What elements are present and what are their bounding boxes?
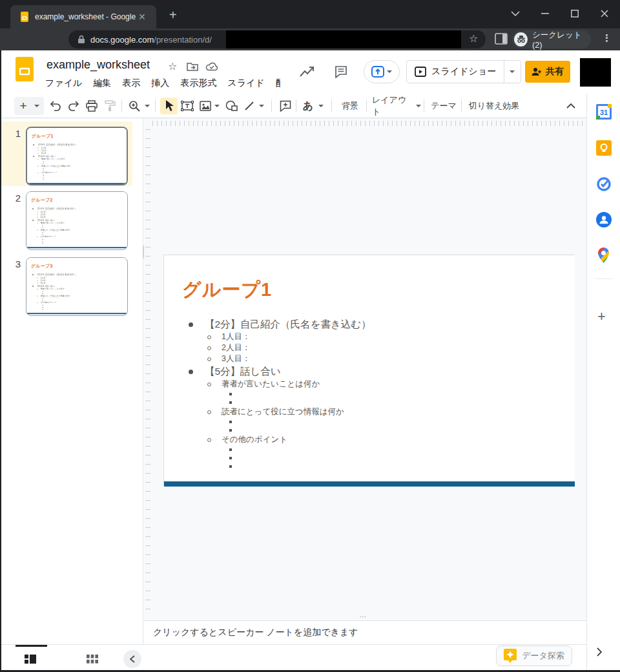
explore-button[interactable]: データ探索: [496, 646, 572, 666]
print-icon[interactable]: [84, 94, 99, 118]
tasks-icon[interactable]: [596, 176, 612, 192]
select-tool-icon[interactable]: [161, 94, 177, 118]
slideshow-button[interactable]: スライドショー: [406, 60, 521, 83]
add-addon-button[interactable]: +: [597, 308, 606, 325]
speaker-notes[interactable]: クリックするとスピーカー ノートを追加できます: [144, 620, 586, 644]
bookmark-star-icon[interactable]: ☆: [469, 32, 478, 45]
window-maximize-icon[interactable]: [565, 4, 584, 23]
bullet-item-level-2: 1人目：: [164, 331, 568, 342]
background-button[interactable]: 背景: [337, 94, 363, 118]
side-panel-icon[interactable]: [495, 33, 508, 45]
keep-icon[interactable]: [596, 140, 612, 156]
slide-body[interactable]: 【2分】自己紹介（氏名を書き込む）1人目：2人目：3人目：【5分】話し合い著者が…: [27, 143, 125, 180]
slides-logo-icon[interactable]: [16, 57, 34, 81]
slide-body[interactable]: 【2分】自己紹介（氏名を書き込む）1人目：2人目：3人目：【5分】話し合い著者が…: [26, 273, 125, 310]
menu-slide[interactable]: スライド: [227, 78, 264, 88]
bullet-marker: [37, 147, 38, 148]
slide-title[interactable]: グループ2: [31, 197, 53, 204]
incognito-badge[interactable]: シークレット (2): [512, 30, 591, 48]
transition-button[interactable]: 切り替え効果: [466, 94, 522, 118]
document-title[interactable]: example_worksheet: [46, 58, 150, 72]
redo-icon[interactable]: [66, 94, 81, 118]
move-folder-icon[interactable]: [187, 62, 198, 71]
menu-insert[interactable]: 挿入: [151, 78, 169, 88]
bullet-marker: [43, 234, 43, 235]
slide-editor[interactable]: グループ1【2分】自己紹介（氏名を書き込む）1人目：2人目：3人目：【5分】話し…: [163, 255, 574, 486]
new-slide-button[interactable]: +: [17, 94, 30, 118]
bullet-marker: [43, 298, 43, 299]
star-icon[interactable]: ☆: [168, 60, 177, 72]
hide-menus-icon[interactable]: [563, 94, 579, 118]
bullet-marker: [32, 286, 34, 287]
maps-icon[interactable]: [598, 247, 614, 263]
new-tab-button[interactable]: +: [169, 10, 177, 19]
expand-panel-icon[interactable]: [596, 647, 603, 659]
zoom-icon[interactable]: [127, 94, 142, 118]
text-box-icon[interactable]: [180, 94, 195, 118]
zoom-caret-icon[interactable]: [143, 94, 152, 118]
filmstrip-view-icon[interactable]: [21, 650, 39, 668]
window-minimize-icon[interactable]: [535, 4, 555, 23]
slide-body[interactable]: 【2分】自己紹介（氏名を書き込む）1人目：2人目：3人目：【5分】話し合い著者が…: [164, 317, 568, 470]
present-button[interactable]: [364, 60, 400, 83]
slideshow-dropdown[interactable]: [504, 61, 521, 83]
insert-image-icon[interactable]: [198, 94, 213, 118]
slide-thumbnail-2[interactable]: グループ2【2分】自己紹介（氏名を書き込む）1人目：2人目：3人目：【5分】話し…: [26, 191, 128, 250]
menu-file[interactable]: ファイル: [45, 78, 82, 88]
avatar[interactable]: [580, 58, 611, 87]
undo-icon[interactable]: [48, 94, 63, 118]
insert-comment-icon[interactable]: [278, 94, 293, 118]
text-options-caret-icon[interactable]: [316, 94, 326, 118]
slide-title[interactable]: グループ1: [32, 133, 54, 140]
slide-thumbnail-1[interactable]: グループ1【2分】自己紹介（氏名を書き込む）1人目：2人目：3人目：【5分】話し…: [26, 127, 128, 185]
theme-button[interactable]: テーマ: [429, 94, 459, 118]
browser-menu-icon[interactable]: ⋮: [602, 32, 612, 44]
share-person-icon: [532, 67, 542, 76]
lock-icon: [78, 35, 85, 44]
menu-format[interactable]: 表示形式: [180, 78, 216, 88]
bullet-text: 著者が言いたいことは何か: [222, 379, 320, 390]
bullet-text: 読者にとって役に立つ情報は何か: [41, 295, 70, 297]
bullet-marker: [189, 322, 193, 327]
new-slide-caret-icon[interactable]: [32, 94, 41, 118]
bullet-marker: [43, 243, 43, 244]
text-options-button[interactable]: あ: [301, 94, 315, 118]
bullet-item-level-1: 【5分】話し合い: [164, 364, 568, 379]
layout-button[interactable]: レイアウト: [372, 94, 421, 118]
cloud-status-icon[interactable]: [205, 62, 218, 71]
bullet-item-level-2: その他のポイント: [164, 434, 568, 445]
menu-bar: ファイル編集表示挿入表示形式スライド配置: [45, 77, 280, 91]
bullet-marker: [229, 448, 232, 451]
calendar-icon[interactable]: 31: [596, 104, 612, 120]
menu-arrange[interactable]: 配置: [276, 78, 280, 88]
bullet-marker: [43, 170, 44, 171]
filmstrip-scrollbar-thumb[interactable]: [16, 645, 47, 647]
slide-accent-bar: [27, 183, 127, 184]
slide-title[interactable]: グループ1: [182, 277, 272, 303]
contacts-icon[interactable]: [596, 212, 612, 227]
activity-icon[interactable]: [300, 66, 315, 78]
image-caret-icon[interactable]: [212, 94, 222, 118]
browser-tab[interactable]: example_worksheet - Google スラ ✕: [10, 5, 156, 28]
collapse-filmstrip-icon[interactable]: [123, 650, 141, 668]
tab-close-icon[interactable]: ✕: [138, 12, 146, 22]
bullet-item-level-2: 読者にとって役に立つ情報は何か: [164, 406, 568, 417]
shapes-icon[interactable]: [224, 94, 240, 118]
window-close-icon[interactable]: [595, 4, 614, 23]
vertical-ruler: [144, 129, 152, 611]
menu-edit[interactable]: 編集: [93, 78, 111, 88]
paint-format-icon[interactable]: [102, 94, 118, 118]
share-label: 共有: [546, 66, 564, 78]
comments-icon[interactable]: [335, 65, 347, 78]
line-tool-icon[interactable]: [242, 94, 257, 118]
slide-body[interactable]: 【2分】自己紹介（氏名を書き込む）1人目：2人目：3人目：【5分】話し合い著者が…: [26, 207, 125, 244]
menu-view[interactable]: 表示: [122, 78, 140, 88]
bullet-marker: [207, 438, 211, 442]
grid-view-icon[interactable]: [83, 650, 101, 668]
slide-thumbnail-3[interactable]: グループ3【2分】自己紹介（氏名を書き込む）1人目：2人目：3人目：【5分】話し…: [26, 257, 128, 316]
window-chevron-icon[interactable]: [506, 4, 525, 23]
slide-title[interactable]: グループ3: [31, 263, 53, 269]
bullet-text: 2人目：: [222, 342, 250, 353]
line-caret-icon[interactable]: [257, 94, 266, 118]
share-button[interactable]: 共有: [525, 61, 570, 83]
